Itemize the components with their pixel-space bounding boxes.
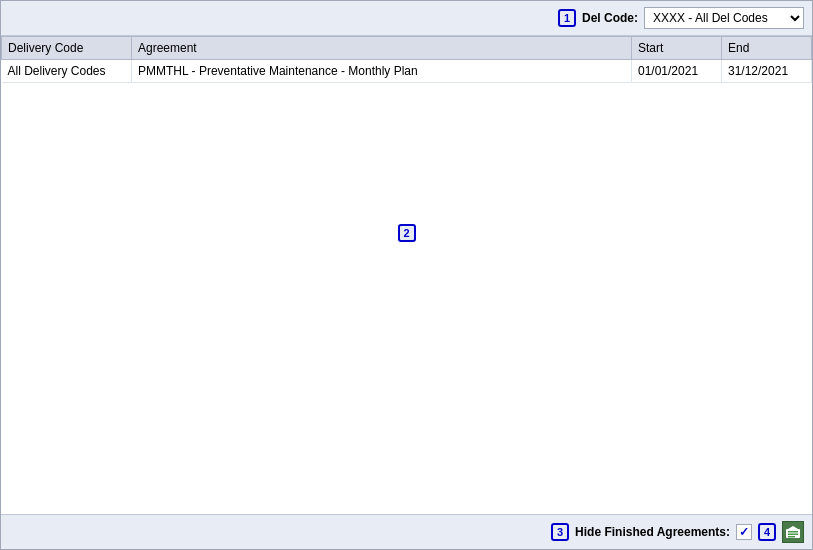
cell-agreement: PMMTHL - Preventative Maintenance - Mont… bbox=[132, 60, 632, 83]
main-container: 1 Del Code: XXXX - All Del Codes Deliver… bbox=[0, 0, 813, 550]
cell-delivery_code: All Delivery Codes bbox=[2, 60, 132, 83]
badge-3: 3 bbox=[551, 523, 569, 541]
export-icon bbox=[786, 526, 800, 538]
table-header-row: Delivery Code Agreement Start End bbox=[2, 37, 812, 60]
col-header-delivery-code: Delivery Code bbox=[2, 37, 132, 60]
col-header-end: End bbox=[722, 37, 812, 60]
footer: 3 Hide Finished Agreements: 4 bbox=[1, 514, 812, 549]
svg-rect-2 bbox=[788, 534, 798, 536]
badge-2: 2 bbox=[398, 224, 416, 242]
col-header-agreement: Agreement bbox=[132, 37, 632, 60]
toolbar: 1 Del Code: XXXX - All Del Codes bbox=[1, 1, 812, 36]
del-code-select[interactable]: XXXX - All Del Codes bbox=[644, 7, 804, 29]
table-row[interactable]: All Delivery CodesPMMTHL - Preventative … bbox=[2, 60, 812, 83]
cell-start: 01/01/2021 bbox=[632, 60, 722, 83]
badge-4: 4 bbox=[758, 523, 776, 541]
svg-rect-1 bbox=[788, 531, 798, 533]
hide-finished-checkbox[interactable] bbox=[736, 524, 752, 540]
table-body: All Delivery CodesPMMTHL - Preventative … bbox=[2, 60, 812, 83]
cell-end: 31/12/2021 bbox=[722, 60, 812, 83]
hide-finished-label: Hide Finished Agreements: bbox=[575, 525, 730, 539]
svg-rect-3 bbox=[788, 536, 795, 538]
export-button[interactable] bbox=[782, 521, 804, 543]
col-header-start: Start bbox=[632, 37, 722, 60]
agreements-table: Delivery Code Agreement Start End All De… bbox=[1, 36, 812, 83]
svg-marker-4 bbox=[788, 526, 798, 529]
badge-1: 1 bbox=[558, 9, 576, 27]
del-code-label: Del Code: bbox=[582, 11, 638, 25]
table-area: Delivery Code Agreement Start End All De… bbox=[1, 36, 812, 514]
center-badge-area: 2 bbox=[1, 83, 812, 383]
